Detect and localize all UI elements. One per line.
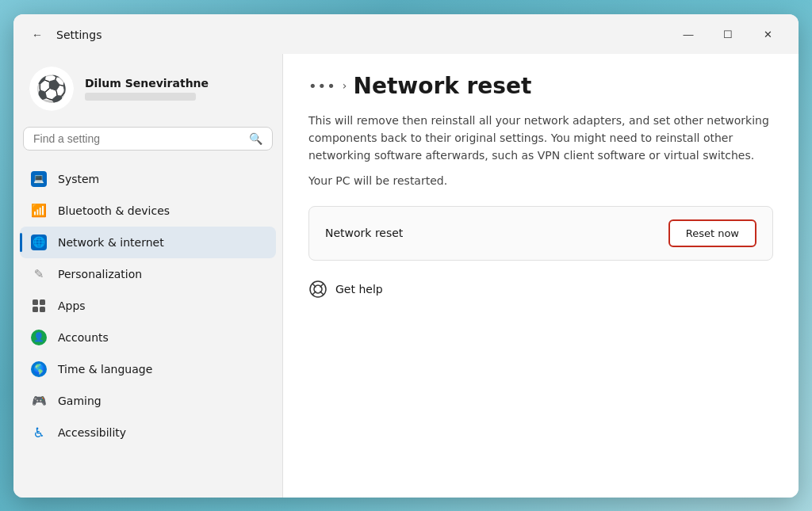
bluetooth-icon: 📶 [31,203,47,219]
svg-rect-0 [33,299,38,305]
get-help-label: Get help [335,283,383,296]
svg-rect-3 [40,307,45,312]
sidebar-item-label: System [58,173,99,185]
sidebar-item-network[interactable]: 🌐 Network & internet [20,227,276,258]
svg-rect-2 [33,307,38,312]
page-title: Network reset [353,73,531,99]
sidebar-item-label: Gaming [58,395,102,407]
sidebar: ⚽ Dilum Senevirathne 🔍 💻 System 📶 Blueto… [13,54,283,498]
gaming-icon: 🎮 [31,393,47,409]
sidebar-item-label: Accessibility [58,426,126,439]
user-name: Dilum Senevirathne [85,77,209,90]
get-help-icon [308,280,327,299]
sidebar-item-label: Network & internet [58,236,164,249]
breadcrumb-arrow: › [343,79,347,92]
user-section: ⚽ Dilum Senevirathne [20,54,276,127]
apps-icon [31,298,47,314]
close-button[interactable]: ✕ [749,22,786,48]
description-text: This will remove then reinstall all your… [308,112,773,165]
svg-rect-1 [40,299,45,305]
sidebar-item-label: Personalization [58,268,142,280]
settings-window: ← Settings — ☐ ✕ ⚽ Dilum Senevirathne [13,14,799,498]
minimize-button[interactable]: — [670,22,707,48]
accessibility-icon: ♿ [31,425,47,440]
sidebar-item-personalization[interactable]: ✎ Personalization [20,258,276,290]
user-email [85,93,196,101]
breadcrumb: ••• › Network reset [308,73,773,99]
time-icon: 🌎 [31,361,47,377]
reset-now-button[interactable]: Reset now [668,219,756,247]
search-icon: 🔍 [249,132,262,145]
accounts-icon: 👤 [31,330,47,345]
sidebar-item-label: Apps [58,299,86,312]
personalization-icon: ✎ [31,266,47,282]
sidebar-item-gaming[interactable]: 🎮 Gaming [20,385,276,417]
search-box[interactable]: 🔍 [23,127,273,151]
titlebar-left: ← Settings [26,24,102,46]
reset-card: Network reset Reset now [308,206,773,261]
main-content: ••• › Network reset This will remove the… [283,54,799,498]
content-area: ⚽ Dilum Senevirathne 🔍 💻 System 📶 Blueto… [13,54,799,498]
breadcrumb-dots: ••• [308,78,336,94]
sidebar-item-label: Time & language [58,363,152,376]
sidebar-item-system[interactable]: 💻 System [20,163,276,195]
maximize-button[interactable]: ☐ [710,22,746,48]
search-input[interactable] [33,132,243,145]
network-icon: 🌐 [31,235,47,250]
sidebar-item-label: Accounts [58,331,109,344]
sidebar-item-bluetooth[interactable]: 📶 Bluetooth & devices [20,195,276,227]
get-help-section[interactable]: Get help [308,280,773,299]
user-info: Dilum Senevirathne [85,77,209,101]
sidebar-item-time[interactable]: 🌎 Time & language [20,353,276,385]
restart-notice: Your PC will be restarted. [308,174,773,187]
system-icon: 💻 [31,171,47,187]
sidebar-item-accounts[interactable]: 👤 Accounts [20,322,276,353]
sidebar-item-label: Bluetooth & devices [58,204,170,217]
back-button[interactable]: ← [26,24,48,46]
reset-card-label: Network reset [325,227,403,239]
window-title: Settings [56,29,102,41]
titlebar-controls: — ☐ ✕ [670,22,786,48]
avatar: ⚽ [29,67,74,111]
titlebar: ← Settings — ☐ ✕ [13,14,799,54]
avatar-image: ⚽ [29,67,74,111]
sidebar-item-apps[interactable]: Apps [20,290,276,322]
sidebar-item-accessibility[interactable]: ♿ Accessibility [20,417,276,448]
